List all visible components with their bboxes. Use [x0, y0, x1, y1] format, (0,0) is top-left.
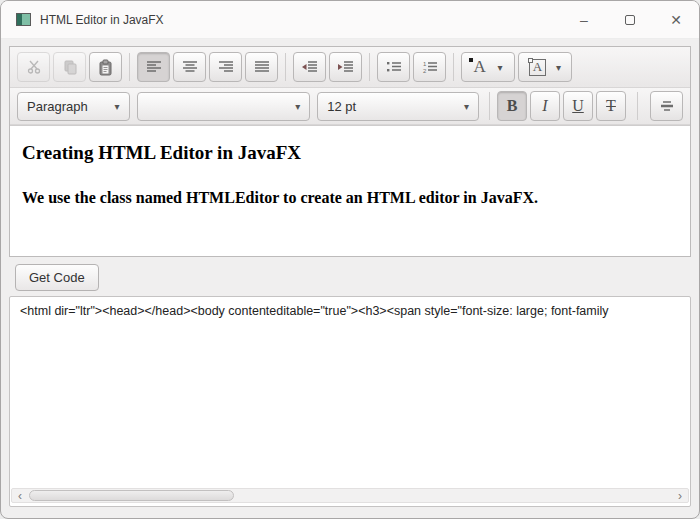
- toolbar-separator: [489, 92, 490, 120]
- bulleted-list-icon: [386, 60, 402, 74]
- cut-icon: [26, 59, 42, 75]
- chevron-down-icon: ▾: [497, 62, 502, 73]
- maximize-icon: [625, 15, 635, 25]
- numbered-list-icon: 1 2: [422, 60, 438, 74]
- scroll-left-arrow-icon[interactable]: ‹: [12, 489, 28, 502]
- close-icon: ✕: [670, 12, 682, 28]
- minimize-icon: –: [580, 12, 588, 28]
- copy-button[interactable]: [53, 52, 86, 82]
- app-window: HTML Editor in JavaFX – ✕: [0, 0, 700, 519]
- italic-icon: I: [542, 97, 547, 115]
- text-color-icon: A: [474, 57, 486, 77]
- chevron-down-icon: ▾: [464, 101, 469, 112]
- align-left-icon: [146, 60, 162, 74]
- bold-button[interactable]: B: [497, 91, 527, 121]
- background-color-icon: A: [529, 59, 546, 76]
- editor-toolbar-bottom: Paragraph ▾ ▾ 12 pt ▾ B I: [10, 88, 690, 125]
- toolbar-separator: [129, 53, 130, 81]
- numbered-list-button[interactable]: 1 2: [413, 52, 446, 82]
- outdent-button[interactable]: [293, 52, 326, 82]
- strikethrough-icon: T: [606, 97, 616, 115]
- editor-toolbar-top: 1 2 A ▾ A: [10, 47, 690, 88]
- font-size-value: 12 pt: [327, 99, 356, 114]
- html-editor: 1 2 A ▾ A: [9, 46, 691, 257]
- horizontal-rule-icon: [659, 99, 675, 113]
- horizontal-scrollbar[interactable]: ‹ ›: [11, 488, 689, 503]
- chevron-down-icon: ▾: [295, 101, 300, 112]
- paste-icon: [97, 59, 114, 76]
- align-right-button[interactable]: [209, 52, 242, 82]
- cut-button[interactable]: [17, 52, 50, 82]
- font-size-select[interactable]: 12 pt ▾: [317, 92, 479, 121]
- edited-paragraph: We use the class named HTMLEditor to cre…: [22, 189, 678, 207]
- window-title: HTML Editor in JavaFX: [40, 13, 164, 27]
- toolbar-separator: [285, 53, 286, 81]
- edited-heading: Creating HTML Editor in JavaFX: [22, 142, 678, 164]
- copy-icon: [62, 59, 78, 75]
- outdent-icon: [301, 60, 318, 74]
- close-button[interactable]: ✕: [653, 1, 699, 38]
- toolbar-separator: [453, 53, 454, 81]
- strikethrough-button[interactable]: T: [596, 91, 626, 121]
- scrollbar-thumb[interactable]: [29, 490, 234, 501]
- app-icon: [16, 13, 31, 26]
- bulleted-list-button[interactable]: [377, 52, 410, 82]
- align-center-button[interactable]: [173, 52, 206, 82]
- align-justify-button[interactable]: [245, 52, 278, 82]
- italic-button[interactable]: I: [530, 91, 560, 121]
- toolbar-separator: [369, 53, 370, 81]
- underline-icon: U: [572, 97, 584, 115]
- horizontal-rule-button[interactable]: [650, 91, 683, 121]
- scroll-right-arrow-icon[interactable]: ›: [672, 489, 688, 502]
- indent-icon: [337, 60, 354, 74]
- bold-icon: B: [507, 97, 518, 115]
- chevron-down-icon: ▾: [115, 101, 120, 112]
- window-controls: – ✕: [561, 1, 699, 38]
- minimize-button[interactable]: –: [561, 1, 607, 38]
- rich-text-edit-area[interactable]: Creating HTML Editor in JavaFX We use th…: [10, 125, 690, 256]
- svg-text:2: 2: [423, 68, 427, 74]
- title-bar: HTML Editor in JavaFX – ✕: [1, 1, 699, 39]
- paste-button[interactable]: [89, 52, 122, 82]
- align-left-button[interactable]: [137, 52, 170, 82]
- get-code-button[interactable]: Get Code: [15, 264, 99, 291]
- font-family-select[interactable]: ▾: [137, 92, 311, 121]
- chevron-down-icon: ▾: [556, 62, 561, 73]
- background-color-button[interactable]: A ▾: [518, 52, 572, 82]
- svg-text:1: 1: [423, 61, 427, 67]
- code-output-text: <html dir="ltr"><head></head><body conte…: [10, 297, 690, 325]
- paragraph-format-value: Paragraph: [27, 99, 88, 114]
- code-output-textarea[interactable]: <html dir="ltr"><head></head><body conte…: [9, 296, 691, 507]
- align-right-icon: [218, 60, 234, 74]
- text-color-button[interactable]: A ▾: [461, 52, 515, 82]
- align-center-icon: [182, 60, 198, 74]
- toolbar-separator: [637, 92, 638, 120]
- align-justify-icon: [254, 60, 270, 74]
- maximize-button[interactable]: [607, 1, 653, 38]
- indent-button[interactable]: [329, 52, 362, 82]
- paragraph-format-select[interactable]: Paragraph ▾: [17, 92, 130, 121]
- underline-button[interactable]: U: [563, 91, 593, 121]
